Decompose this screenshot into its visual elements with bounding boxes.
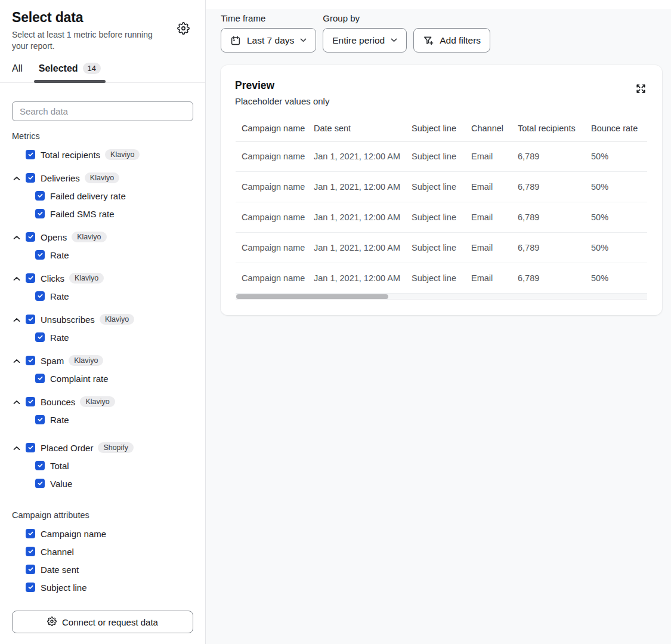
attribute-checkbox[interactable]	[26, 529, 35, 538]
settings-button[interactable]	[177, 22, 190, 35]
metric-checkbox[interactable]	[26, 173, 35, 183]
source-badge: Klaviyo	[105, 149, 140, 160]
submetric-row: Value	[0, 474, 205, 492]
submetric-row: Total	[0, 457, 205, 474]
check-icon	[27, 172, 34, 183]
group-by-dropdown[interactable]: Entire period	[323, 28, 407, 53]
add-filters-button[interactable]: Add filters	[413, 28, 490, 53]
check-icon	[37, 373, 44, 384]
column-header: Campaign name	[236, 124, 314, 141]
collapse-button[interactable]	[13, 233, 21, 242]
metric-group: Spam Klaviyo Complaint rate	[0, 352, 205, 387]
search-wrap	[0, 83, 205, 121]
preview-card: Preview Placeholder values only Campaign…	[221, 65, 662, 315]
search-input[interactable]	[12, 101, 193, 121]
submetric-row: Rate	[0, 287, 205, 305]
submetric-checkbox[interactable]	[35, 461, 45, 470]
submetric-checkbox[interactable]	[35, 291, 45, 301]
table-cell: 50%	[591, 141, 647, 172]
tab-all[interactable]: All	[12, 61, 23, 82]
selected-count-badge: 14	[83, 63, 101, 74]
check-icon	[37, 208, 44, 219]
metric-checkbox[interactable]	[26, 232, 35, 242]
table-cell: Email	[471, 141, 518, 172]
check-icon	[27, 396, 34, 407]
table-row: Campaign nameJan 1, 2021, 12:00 AMSubjec…	[236, 263, 647, 294]
time-frame-dropdown[interactable]: Last 7 days	[221, 28, 316, 53]
metric-row: Bounces Klaviyo	[0, 393, 205, 411]
chevron-down-icon	[391, 38, 397, 42]
panel-header: Select data	[0, 0, 205, 26]
horizontal-scrollbar[interactable]	[236, 294, 647, 300]
table-cell: 6,789	[518, 233, 591, 263]
source-badge: Klaviyo	[72, 232, 106, 242]
submetric-checkbox[interactable]	[35, 191, 45, 201]
table-cell: Subject line	[412, 202, 471, 233]
metric-checkbox[interactable]	[26, 397, 35, 406]
tab-selected[interactable]: Selected 14	[39, 61, 101, 82]
collapse-button[interactable]	[13, 174, 21, 183]
metric-row: Deliveries Klaviyo	[0, 169, 205, 187]
submetric-checkbox[interactable]	[35, 374, 45, 383]
expand-preview-button[interactable]	[635, 83, 647, 94]
group-by-control: Group by Entire period	[323, 13, 407, 53]
attributes-section-label: Campaign attributes	[0, 510, 205, 520]
submetric-checkbox[interactable]	[35, 209, 45, 218]
table-cell: Campaign name	[236, 263, 314, 294]
attribute-row: Date sent	[0, 560, 205, 578]
collapse-button[interactable]	[13, 315, 21, 324]
chevron-up-icon	[13, 398, 20, 406]
metric-checkbox[interactable]	[26, 150, 35, 159]
submetric-checkbox[interactable]	[35, 250, 45, 260]
connect-or-request-data-button[interactable]: Connect or request data	[12, 611, 193, 633]
metric-label: Opens	[41, 232, 67, 242]
chevron-up-icon	[13, 233, 20, 242]
table-cell: 50%	[591, 202, 647, 233]
check-icon	[27, 314, 34, 325]
connect-button-label: Connect or request data	[62, 617, 158, 627]
attribute-checkbox[interactable]	[26, 547, 35, 556]
check-icon	[27, 442, 34, 453]
submetric-label: Failed SMS rate	[50, 209, 115, 219]
gear-icon	[177, 22, 190, 35]
collapse-button[interactable]	[13, 443, 21, 452]
source-badge: Klaviyo	[85, 172, 119, 183]
time-frame-value: Last 7 days	[247, 35, 294, 46]
attribute-label: Campaign name	[41, 529, 106, 539]
check-icon	[37, 460, 44, 471]
metric-checkbox[interactable]	[26, 443, 35, 452]
metric-group: Deliveries Klaviyo Failed delivery rate …	[0, 169, 205, 223]
attribute-checkbox[interactable]	[26, 583, 35, 592]
submetric-checkbox[interactable]	[35, 415, 45, 424]
submetric-row: Failed SMS rate	[0, 205, 205, 223]
chevron-up-icon	[13, 443, 20, 452]
submetric-checkbox[interactable]	[35, 479, 45, 488]
check-icon	[27, 232, 34, 242]
check-icon	[27, 528, 34, 539]
scrollbar-thumb[interactable]	[236, 294, 388, 299]
metric-row: Unsubscribes Klaviyo	[0, 310, 205, 328]
add-filters-label: Add filters	[440, 35, 481, 46]
submetric-checkbox[interactable]	[35, 332, 45, 342]
check-icon	[37, 190, 44, 201]
collapse-button[interactable]	[13, 274, 21, 283]
table-cell: Campaign name	[236, 233, 314, 263]
collapse-button[interactable]	[13, 398, 21, 406]
collapse-button[interactable]	[13, 356, 21, 365]
attribute-checkbox[interactable]	[26, 565, 35, 574]
table-row: Campaign nameJan 1, 2021, 12:00 AMSubjec…	[236, 141, 647, 172]
attribute-row: Campaign name	[0, 525, 205, 543]
metric-label: Clicks	[41, 273, 64, 284]
filter-plus-icon	[423, 35, 434, 46]
metric-checkbox[interactable]	[26, 356, 35, 365]
preview-header: Preview Placeholder values only	[221, 79, 662, 106]
submetric-row: Rate	[0, 411, 205, 429]
metric-checkbox[interactable]	[26, 273, 35, 283]
chevron-up-icon	[13, 315, 20, 324]
table-cell: Jan 1, 2021, 12:00 AM	[314, 172, 412, 202]
metric-checkbox[interactable]	[26, 315, 35, 324]
check-icon	[37, 414, 44, 425]
page-title: Select data	[12, 10, 193, 26]
tabs: All Selected 14	[0, 61, 205, 83]
submetric-label: Rate	[50, 291, 69, 301]
